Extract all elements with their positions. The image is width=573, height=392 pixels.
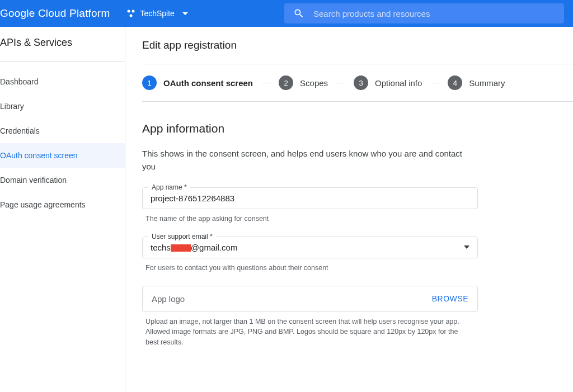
main-container: APIs & Services Dashboard Library Creden… <box>0 27 573 392</box>
step-label-4: Summary <box>469 78 505 88</box>
search-icon <box>293 8 304 19</box>
step-scopes[interactable]: 2 Scopes <box>279 75 328 90</box>
app-logo-help: Upload an image, not larger than 1 MB on… <box>145 317 470 348</box>
sidebar-item-page-usage[interactable]: Page usage agreements <box>0 192 125 217</box>
search-input[interactable] <box>313 9 555 18</box>
main-content: Edit app registration 1 OAuth consent sc… <box>125 27 573 392</box>
browse-button[interactable]: BROWSE <box>432 294 468 303</box>
dropdown-arrow-icon <box>182 12 188 15</box>
sidebar-title: APIs & Services <box>0 37 125 62</box>
sidebar-item-dashboard[interactable]: Dashboard <box>0 69 125 94</box>
project-name: TechSpite <box>140 9 174 18</box>
svg-point-1 <box>132 10 135 13</box>
svg-point-0 <box>128 10 130 13</box>
project-selector[interactable]: TechSpite <box>122 7 192 20</box>
app-logo-field[interactable]: App logo BROWSE <box>142 286 478 312</box>
app-name-label: App name * <box>148 183 190 191</box>
chevron-down-icon <box>464 245 469 249</box>
support-email-wrapper[interactable]: User support email * techs@gmail.com <box>142 237 478 258</box>
step-label-2: Scopes <box>300 78 328 88</box>
app-name-field: App name * The name of the app asking fo… <box>142 187 478 224</box>
stepper: 1 OAuth consent screen 2 Scopes 3 Option… <box>142 64 573 102</box>
step-num-2: 2 <box>279 75 293 90</box>
redacted-text <box>171 244 191 252</box>
sidebar-item-credentials[interactable]: Credentials <box>0 119 125 143</box>
support-email-label: User support email * <box>148 233 216 240</box>
step-label-3: Optional info <box>375 78 422 88</box>
sidebar-item-library[interactable]: Library <box>0 94 125 119</box>
search-box[interactable] <box>284 3 564 23</box>
gcp-logo[interactable]: Google Cloud Platform <box>0 7 110 20</box>
app-name-wrapper[interactable]: App name * <box>142 187 478 209</box>
step-label-1: OAuth consent screen <box>163 78 253 88</box>
sidebar-item-oauth-consent[interactable]: OAuth consent screen <box>0 143 125 168</box>
svg-point-2 <box>130 15 133 17</box>
sidebar: APIs & Services Dashboard Library Creden… <box>0 27 125 392</box>
step-num-4: 4 <box>448 75 462 90</box>
app-logo-label: App logo <box>152 294 185 304</box>
support-email-value: techs@gmail.com <box>151 243 237 252</box>
support-email-help: For users to contact you with questions … <box>145 263 470 273</box>
section-desc: This shows in the consent screen, and he… <box>142 148 478 173</box>
app-name-input[interactable] <box>151 193 469 203</box>
sidebar-item-domain-verification[interactable]: Domain verification <box>0 168 125 192</box>
step-summary[interactable]: 4 Summary <box>448 75 505 90</box>
step-num-1: 1 <box>142 75 157 90</box>
top-header: Google Cloud Platform TechSpite <box>0 0 573 27</box>
project-icon <box>126 9 135 18</box>
sidebar-items: Dashboard Library Credentials OAuth cons… <box>0 62 125 217</box>
step-divider <box>261 83 271 83</box>
step-optional-info[interactable]: 3 Optional info <box>354 75 422 90</box>
app-name-help: The name of the app asking for consent <box>145 214 470 224</box>
step-oauth-consent[interactable]: 1 OAuth consent screen <box>142 75 253 90</box>
section-title: App information <box>142 122 573 135</box>
step-divider <box>430 83 440 83</box>
support-email-field: User support email * techs@gmail.com For… <box>142 237 478 273</box>
step-num-3: 3 <box>354 75 368 90</box>
page-title: Edit app registration <box>142 39 573 51</box>
step-divider <box>336 83 346 83</box>
